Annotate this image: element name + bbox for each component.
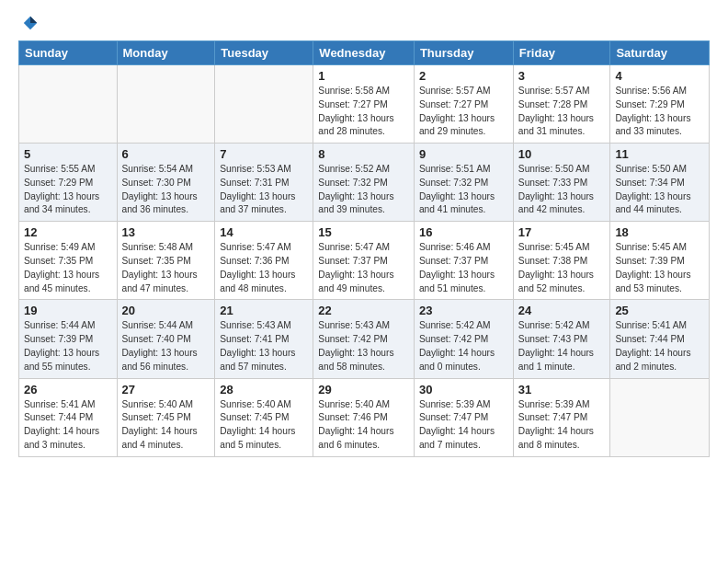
day-number: 4: [615, 69, 704, 83]
day-info: Sunrise: 5:44 AM Sunset: 7:39 PM Dayligh…: [24, 319, 112, 373]
calendar-cell: 19Sunrise: 5:44 AM Sunset: 7:39 PM Dayli…: [19, 300, 118, 378]
calendar-week-row: 1Sunrise: 5:58 AM Sunset: 7:27 PM Daylig…: [19, 65, 710, 144]
day-info: Sunrise: 5:54 AM Sunset: 7:30 PM Dayligh…: [122, 163, 210, 217]
day-number: 21: [220, 304, 308, 317]
day-info: Sunrise: 5:47 AM Sunset: 7:36 PM Dayligh…: [220, 241, 308, 295]
day-number: 31: [518, 383, 606, 396]
calendar-cell: 17Sunrise: 5:45 AM Sunset: 7:38 PM Dayli…: [513, 222, 610, 300]
day-info: Sunrise: 5:45 AM Sunset: 7:39 PM Dayligh…: [615, 241, 704, 295]
day-number: 18: [615, 225, 704, 239]
calendar-cell: 29Sunrise: 5:40 AM Sunset: 7:46 PM Dayli…: [313, 378, 415, 456]
day-number: 19: [24, 304, 112, 317]
day-number: 24: [518, 304, 606, 317]
day-number: 15: [318, 225, 409, 239]
weekday-header: Thursday: [414, 41, 513, 65]
svg-marker-1: [30, 17, 37, 23]
day-number: 10: [518, 147, 606, 161]
weekday-header: Sunday: [19, 41, 118, 65]
day-number: 3: [518, 69, 606, 83]
calendar-cell: 5Sunrise: 5:55 AM Sunset: 7:29 PM Daylig…: [19, 144, 118, 222]
calendar: SundayMondayTuesdayWednesdayThursdayFrid…: [18, 40, 710, 457]
calendar-cell: 14Sunrise: 5:47 AM Sunset: 7:36 PM Dayli…: [215, 222, 313, 300]
day-info: Sunrise: 5:50 AM Sunset: 7:33 PM Dayligh…: [518, 163, 606, 217]
day-number: 11: [615, 147, 704, 161]
calendar-cell: 6Sunrise: 5:54 AM Sunset: 7:30 PM Daylig…: [117, 144, 215, 222]
day-info: Sunrise: 5:49 AM Sunset: 7:35 PM Dayligh…: [24, 241, 112, 295]
day-info: Sunrise: 5:39 AM Sunset: 7:47 PM Dayligh…: [419, 398, 508, 453]
calendar-week-row: 12Sunrise: 5:49 AM Sunset: 7:35 PM Dayli…: [19, 222, 710, 300]
calendar-cell: 27Sunrise: 5:40 AM Sunset: 7:45 PM Dayli…: [117, 378, 215, 456]
day-number: 27: [122, 383, 210, 396]
day-number: 9: [419, 147, 508, 161]
day-info: Sunrise: 5:45 AM Sunset: 7:38 PM Dayligh…: [518, 241, 606, 295]
day-number: 23: [419, 304, 508, 317]
day-info: Sunrise: 5:41 AM Sunset: 7:44 PM Dayligh…: [615, 319, 704, 373]
day-number: 20: [122, 304, 210, 317]
calendar-cell: [117, 65, 215, 144]
day-number: 26: [24, 383, 112, 396]
logo: [18, 15, 39, 31]
day-info: Sunrise: 5:42 AM Sunset: 7:43 PM Dayligh…: [518, 319, 606, 373]
header: [18, 15, 710, 31]
day-info: Sunrise: 5:50 AM Sunset: 7:34 PM Dayligh…: [615, 163, 704, 217]
calendar-cell: 7Sunrise: 5:53 AM Sunset: 7:31 PM Daylig…: [215, 144, 313, 222]
day-number: 30: [419, 383, 508, 396]
calendar-cell: [19, 65, 118, 144]
calendar-cell: 26Sunrise: 5:41 AM Sunset: 7:44 PM Dayli…: [19, 378, 118, 456]
calendar-cell: 11Sunrise: 5:50 AM Sunset: 7:34 PM Dayli…: [610, 144, 710, 222]
day-info: Sunrise: 5:42 AM Sunset: 7:42 PM Dayligh…: [419, 319, 508, 373]
day-number: 8: [318, 147, 409, 161]
day-number: 17: [518, 225, 606, 239]
day-info: Sunrise: 5:48 AM Sunset: 7:35 PM Dayligh…: [122, 241, 210, 295]
day-number: 14: [220, 225, 308, 239]
day-number: 6: [122, 147, 210, 161]
calendar-cell: 22Sunrise: 5:43 AM Sunset: 7:42 PM Dayli…: [313, 300, 415, 378]
day-info: Sunrise: 5:51 AM Sunset: 7:32 PM Dayligh…: [419, 163, 508, 217]
day-info: Sunrise: 5:57 AM Sunset: 7:27 PM Dayligh…: [419, 85, 508, 139]
calendar-week-row: 5Sunrise: 5:55 AM Sunset: 7:29 PM Daylig…: [19, 144, 710, 222]
weekday-header: Friday: [513, 41, 610, 65]
calendar-cell: 2Sunrise: 5:57 AM Sunset: 7:27 PM Daylig…: [414, 65, 513, 144]
calendar-cell: 24Sunrise: 5:42 AM Sunset: 7:43 PM Dayli…: [513, 300, 610, 378]
day-info: Sunrise: 5:40 AM Sunset: 7:45 PM Dayligh…: [220, 398, 308, 453]
day-info: Sunrise: 5:52 AM Sunset: 7:32 PM Dayligh…: [318, 163, 409, 217]
day-number: 29: [318, 383, 409, 396]
day-info: Sunrise: 5:56 AM Sunset: 7:29 PM Dayligh…: [615, 85, 704, 139]
calendar-cell: 18Sunrise: 5:45 AM Sunset: 7:39 PM Dayli…: [610, 222, 710, 300]
calendar-cell: 12Sunrise: 5:49 AM Sunset: 7:35 PM Dayli…: [19, 222, 118, 300]
day-info: Sunrise: 5:41 AM Sunset: 7:44 PM Dayligh…: [24, 398, 112, 453]
calendar-cell: 23Sunrise: 5:42 AM Sunset: 7:42 PM Dayli…: [414, 300, 513, 378]
weekday-header: Monday: [117, 41, 215, 65]
calendar-cell: 25Sunrise: 5:41 AM Sunset: 7:44 PM Dayli…: [610, 300, 710, 378]
calendar-cell: 30Sunrise: 5:39 AM Sunset: 7:47 PM Dayli…: [414, 378, 513, 456]
day-number: 13: [122, 225, 210, 239]
day-number: 5: [24, 147, 112, 161]
calendar-cell: 16Sunrise: 5:46 AM Sunset: 7:37 PM Dayli…: [414, 222, 513, 300]
day-number: 1: [318, 69, 409, 83]
day-info: Sunrise: 5:40 AM Sunset: 7:45 PM Dayligh…: [122, 398, 210, 453]
weekday-header: Tuesday: [215, 41, 313, 65]
calendar-cell: 13Sunrise: 5:48 AM Sunset: 7:35 PM Dayli…: [117, 222, 215, 300]
calendar-cell: 10Sunrise: 5:50 AM Sunset: 7:33 PM Dayli…: [513, 144, 610, 222]
day-info: Sunrise: 5:53 AM Sunset: 7:31 PM Dayligh…: [220, 163, 308, 217]
day-info: Sunrise: 5:44 AM Sunset: 7:40 PM Dayligh…: [122, 319, 210, 373]
calendar-cell: 8Sunrise: 5:52 AM Sunset: 7:32 PM Daylig…: [313, 144, 415, 222]
calendar-cell: 1Sunrise: 5:58 AM Sunset: 7:27 PM Daylig…: [313, 65, 415, 144]
day-number: 28: [220, 383, 308, 396]
calendar-cell: 20Sunrise: 5:44 AM Sunset: 7:40 PM Dayli…: [117, 300, 215, 378]
calendar-week-row: 19Sunrise: 5:44 AM Sunset: 7:39 PM Dayli…: [19, 300, 710, 378]
calendar-cell: [610, 378, 710, 456]
day-number: 2: [419, 69, 508, 83]
weekday-header: Wednesday: [313, 41, 415, 65]
calendar-cell: 15Sunrise: 5:47 AM Sunset: 7:37 PM Dayli…: [313, 222, 415, 300]
page: SundayMondayTuesdayWednesdayThursdayFrid…: [0, 0, 728, 472]
day-number: 25: [615, 304, 704, 317]
calendar-cell: 31Sunrise: 5:39 AM Sunset: 7:47 PM Dayli…: [513, 378, 610, 456]
logo-icon: [22, 15, 39, 31]
day-number: 22: [318, 304, 409, 317]
calendar-cell: [215, 65, 313, 144]
day-number: 12: [24, 225, 112, 239]
calendar-cell: 9Sunrise: 5:51 AM Sunset: 7:32 PM Daylig…: [414, 144, 513, 222]
day-info: Sunrise: 5:39 AM Sunset: 7:47 PM Dayligh…: [518, 398, 606, 453]
calendar-cell: 4Sunrise: 5:56 AM Sunset: 7:29 PM Daylig…: [610, 65, 710, 144]
